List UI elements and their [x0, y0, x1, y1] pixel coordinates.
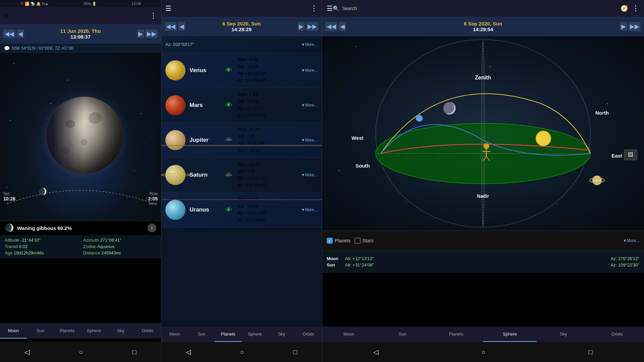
rise-label: Rise	[148, 191, 158, 196]
uranus-data: Rise: 2:47 Set: 16:28 Alt: +22°12'39" Az…	[238, 196, 297, 224]
next-btn-p2[interactable]: ▶	[298, 22, 305, 31]
more-icon-p2[interactable]: ⋮	[310, 4, 318, 13]
tab-orbits-p3[interactable]: Orbits	[590, 326, 644, 342]
moon-image	[46, 97, 123, 174]
mars-more-btn[interactable]: ▼More...	[301, 103, 318, 108]
moon-phase-icon: 🌒	[5, 224, 14, 232]
prev-btn-p3[interactable]: ◀	[339, 22, 346, 31]
status-icons: ⏱ 📶 📡 🔔 H▲	[20, 2, 48, 6]
tab-sphere-p2[interactable]: Sphere	[241, 326, 268, 342]
hamburger-icon-p3[interactable]: ☰	[327, 4, 333, 12]
stars-checkbox-item[interactable]: Stars	[355, 238, 374, 244]
jupiter-set: Set: 7:05	[238, 133, 297, 140]
prev-btn-p1[interactable]: ◀	[17, 29, 24, 38]
search-label: Search	[342, 6, 357, 11]
tab-orbits-p1[interactable]: Orbits	[134, 323, 161, 339]
tab-orbits-p2[interactable]: Orbits	[295, 326, 322, 342]
tab-moon-p2[interactable]: Moon	[161, 326, 188, 342]
tab-sky-p1[interactable]: Sky	[107, 323, 134, 339]
tab-planets-p3[interactable]: Planets	[429, 326, 483, 342]
transit-label: Transit	[5, 244, 19, 249]
next-btn-p3[interactable]: ▶	[620, 22, 627, 31]
saturn-more-btn[interactable]: ▼More...	[301, 173, 318, 177]
partial-more-btn[interactable]: ▼More...	[301, 42, 318, 47]
svg-point-9	[592, 176, 602, 185]
home-button-p1[interactable]: ○	[79, 348, 83, 356]
nav-time-p3: 14:29:54	[464, 26, 502, 32]
tab-moon-p1[interactable]: Moon	[0, 323, 27, 339]
hamburger-icon-p2[interactable]: ☰	[165, 4, 171, 12]
planet-row-saturn[interactable]: Saturn 👁 Rise: 22:04 Set: 7:46 Alt: -71°…	[161, 158, 322, 193]
search-icon: 🔍	[333, 5, 339, 12]
uranus-more-btn[interactable]: ▼More...	[301, 207, 318, 212]
back-button-p2[interactable]: ◁	[186, 348, 191, 356]
prev-btn-p2[interactable]: ◀	[178, 22, 185, 31]
prev-prev-btn-p3[interactable]: ◀◀	[325, 22, 337, 31]
tab-sun-p3[interactable]: Sun	[376, 326, 429, 342]
recent-button-p3[interactable]: □	[588, 348, 592, 356]
sky-view-p1[interactable]: 🌒 Set 10:28 Rise 2:05 tmrw.	[0, 53, 161, 221]
recent-button-p1[interactable]: □	[132, 348, 136, 356]
nav-date-p1: 11 Jun 2020, Thu	[60, 28, 101, 34]
thumbnail-button[interactable]: 🖼	[624, 149, 637, 160]
more-icon-p1[interactable]: ⋮	[150, 11, 157, 20]
venus-more-btn[interactable]: ▼More...	[301, 68, 318, 73]
tab-sun-p2[interactable]: Sun	[188, 326, 215, 342]
tab-sun-p1[interactable]: Sun	[27, 323, 54, 339]
search-area[interactable]: 🔍 Search	[333, 5, 357, 12]
more-icon-p3[interactable]: ⋮	[632, 4, 639, 13]
nav-left-arrows: ◀◀ ◀	[3, 29, 24, 38]
saturn-set: Set: 7:46	[238, 168, 297, 175]
location-bar-p1[interactable]: 💬 NSK 54°51'N / 83°06'E, TZ:+07:00	[0, 44, 161, 53]
tab-sky-p3[interactable]: Sky	[537, 326, 590, 342]
sphere-view[interactable]: Zenith Nadir North South East West 🖼	[322, 36, 644, 231]
tab-moon-p3[interactable]: Moon	[322, 326, 376, 342]
next-next-btn-p3[interactable]: ▶▶	[629, 22, 641, 31]
hamburger-icon[interactable]: ☰	[4, 13, 9, 19]
tab-sphere-p3[interactable]: Sphere	[483, 326, 537, 342]
jupiter-more-btn[interactable]: ▼More...	[301, 138, 318, 142]
nav-bar-panel3: ◀◀ ◀ 6 Sep 2020, Sun 14:29:54 ▶ ▶▶	[322, 17, 644, 36]
stars-checkbox[interactable]	[355, 238, 361, 244]
moon-phase-text: Waning gibbous 69.2%	[17, 225, 72, 231]
saturn-name: Saturn	[190, 172, 220, 178]
planet-row-uranus[interactable]: Uranus 👁 Rise: 2:47 Set: 16:28 Alt: +22°…	[161, 193, 322, 228]
jupiter-visibility-icon: 👁	[224, 136, 234, 144]
zodiac-value: Aquarius	[97, 244, 114, 249]
nav-time-p2: 14:28:29	[222, 26, 261, 32]
mars-set: Set: 15:19	[238, 98, 297, 105]
saturn-ring	[161, 173, 191, 177]
partial-planet-row[interactable]: Az: 103°03'17" ▼More...	[161, 36, 322, 53]
planet-row-venus[interactable]: Venus 👁 Rise: 8:06 Set: 22:19 Alt: +67°3…	[161, 53, 322, 88]
back-button-p3[interactable]: ◁	[373, 348, 378, 356]
planets-checkbox[interactable]: ✓	[327, 238, 333, 244]
tab-planets-p2[interactable]: Planets	[215, 326, 241, 342]
zodiac-label: Zodiac	[83, 244, 97, 249]
zenith-label: Zenith	[475, 75, 491, 81]
mars-alt: Alt: +9°13'25"	[238, 105, 297, 112]
sphere-more-btn[interactable]: ▼More...	[623, 238, 639, 243]
nav-time-p1: 13:08:37	[60, 34, 101, 40]
compass-icon[interactable]: 🧭	[621, 5, 628, 12]
moon-info-button[interactable]: i	[148, 224, 156, 232]
tab-sphere-p1[interactable]: Sphere	[80, 323, 107, 339]
tab-planets-p1[interactable]: Planets	[54, 323, 80, 339]
home-button-p3[interactable]: ○	[481, 348, 485, 356]
planet-row-mars[interactable]: Mars 👁 Rise: 2:31 Set: 15:19 Alt: +9°13'…	[161, 88, 322, 123]
prev-prev-btn-p2[interactable]: ◀◀	[165, 22, 177, 31]
top-bar-panel1: ☰ ⋮	[0, 7, 161, 24]
next-next-btn-p2[interactable]: ▶▶	[306, 22, 318, 31]
tab-sky-p2[interactable]: Sky	[268, 326, 295, 342]
bottom-tabs-p1: Moon Sun Planets Sphere Sky Orbits	[0, 323, 161, 339]
next-next-btn-p1[interactable]: ▶▶	[146, 29, 158, 38]
prev-prev-btn-p1[interactable]: ◀◀	[3, 29, 15, 38]
planet-row-jupiter[interactable]: Jupiter 👁 Rise: 21:34 Set: 7:05 Alt: -73…	[161, 123, 322, 158]
recent-button-p2[interactable]: □	[293, 348, 297, 356]
nav-bar-panel1: ◀◀ ◀ 11 Jun 2020, Thu 13:08:37 ▶ ▶▶	[0, 24, 161, 44]
planets-checkbox-item[interactable]: ✓ Planets	[327, 238, 351, 244]
home-button-p2[interactable]: ○	[240, 348, 244, 356]
rise-info: Rise 2:05 tmrw.	[148, 191, 158, 205]
next-btn-p1[interactable]: ▶	[137, 29, 144, 38]
date-time-center-p1: 11 Jun 2020, Thu 13:08:37	[60, 28, 101, 40]
back-button-p1[interactable]: ◁	[24, 348, 30, 356]
